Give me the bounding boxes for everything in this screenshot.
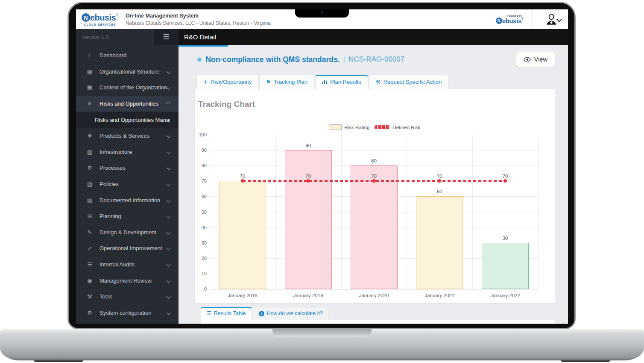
list-icon: ☰	[85, 261, 94, 268]
legend-label: Risk Rating	[344, 125, 369, 130]
defined-risk-point	[438, 179, 441, 183]
sidebar-item-risks-and-opportunities-managem[interactable]: Risks and Opportunities Managem...	[76, 112, 179, 128]
record-header: ✳ Non-compliance with QMS standards. | N…	[196, 55, 404, 64]
sidebar-item-management-review[interactable]: ◉ Management Review	[76, 272, 179, 289]
sidebar-item-label: Planning	[100, 213, 121, 219]
y-axis-tick-label: 10	[195, 271, 207, 276]
chart-bar	[351, 165, 398, 289]
nebusis-logo[interactable]: Nebusis® CLOUD SERVICES	[79, 13, 120, 26]
screen: Nebusis® CLOUD SERVICES On-line Manageme…	[76, 9, 568, 324]
bar-value-label: 70	[234, 174, 251, 179]
chevron-down-icon	[167, 230, 171, 234]
tab-tracking-plan[interactable]: ⚑ Tracking Plan	[259, 75, 314, 89]
chevron-down-icon[interactable]	[556, 17, 562, 22]
gridline-v	[275, 135, 276, 289]
tracking-chart-card: Tracking Chart Risk Rating Defined Risk …	[194, 89, 555, 304]
registered-mark: ®	[116, 13, 118, 17]
sidebar-item-risks-and-opportunities[interactable]: ✳ Risks and Opportunities	[76, 96, 179, 112]
tab-risk-opportunity[interactable]: ✳ Risk/Opportunity	[196, 75, 258, 89]
chart-up-icon: ↗	[85, 245, 94, 251]
sidebar-item-products-services[interactable]: ❖ Products & Services	[76, 128, 179, 144]
tab-label: Risk/Opportunity	[211, 79, 252, 85]
defined-risk-value-label: 70	[497, 174, 514, 179]
version-label: Version 1.0	[76, 34, 154, 40]
gridline-v	[341, 135, 342, 289]
gridline-v	[538, 135, 539, 289]
tab-label: Plan Results	[330, 79, 361, 85]
header-titles: On-line Management System Nebusis Clouds…	[126, 13, 271, 26]
sidebar-item-label: Organizational Structure	[100, 68, 159, 75]
y-axis-tick-label: 80	[195, 163, 207, 168]
chevron-down-icon	[167, 150, 171, 154]
sidebar-item-label: Infrastructure	[100, 149, 132, 155]
sidebar-item-dashboard[interactable]: ⌂ Dashboard	[76, 47, 179, 64]
record-separator: |	[343, 55, 345, 64]
sidebar-item-operational-improvement[interactable]: ↗ Operational Improvement	[76, 240, 179, 257]
chevron-down-icon	[167, 263, 171, 267]
sidebar-item-planning[interactable]: ⊞ Planning	[76, 208, 179, 224]
legend-item-defined-risk[interactable]: Defined Risk	[375, 125, 420, 130]
gridline-h	[210, 289, 538, 289]
chart-legend: Risk Rating Defined Risk	[195, 124, 555, 130]
eye-icon: ◉	[85, 277, 94, 284]
sidebar-item-label: Policies	[100, 181, 119, 187]
sidebar-item-documented-information[interactable]: ▨ Documented Information	[76, 192, 179, 208]
chevron-down-icon	[167, 214, 171, 218]
sidebar-item-label: Management Review	[100, 277, 152, 284]
tab-label: Results Table	[214, 310, 246, 316]
sidebar-item-label: Documented Information	[100, 197, 160, 204]
tab-label: Request Specific Action	[383, 79, 442, 85]
x-axis-tick-label: January 2019	[275, 293, 341, 298]
y-axis-tick-label: 40	[195, 225, 207, 230]
tab-plan-results[interactable]: Plan Results	[315, 75, 368, 89]
laptop-base	[0, 329, 644, 360]
results-tabs: ☰ Results Table i How do we calculate it…	[201, 307, 568, 320]
sidebar-item-label: Operational Improvement	[100, 245, 162, 251]
tab-request-specific-action[interactable]: ⚒ Request Specific Action	[369, 75, 448, 89]
sidebar: Version 1.0 ☰ ⌂ Dashboard ▤ Organization…	[76, 29, 179, 324]
legend-label: Defined Risk	[392, 125, 420, 130]
products-icon: ❖	[85, 133, 94, 139]
eye-icon	[524, 57, 531, 62]
detail-tabs: ✳ Risk/Opportunity ⚑ Tracking Plan Plan …	[196, 75, 568, 89]
chevron-down-icon	[167, 86, 171, 90]
chevron-down-icon	[167, 198, 171, 202]
document-icon: ▧	[85, 181, 94, 187]
legend-item-risk-rating[interactable]: Risk Rating	[329, 124, 369, 130]
results-table-panel	[201, 320, 555, 324]
sidebar-item-tools[interactable]: ⚒ Tools	[76, 289, 179, 305]
chevron-up-icon	[167, 102, 171, 106]
sidebar-item-organizational-structure[interactable]: ▤ Organizational Structure	[76, 64, 179, 80]
x-axis-tick-label: January 2018	[210, 293, 275, 298]
sidebar-item-internal-audits[interactable]: ☰ Internal Audits	[76, 257, 179, 273]
sidebar-item-system-configuration[interactable]: ⚙ System configuration	[76, 305, 179, 321]
bar-value-label: 60	[431, 189, 448, 194]
defined-risk-value-label: 70	[431, 174, 448, 179]
asterisk-icon: ✳	[196, 56, 202, 64]
chart-title: Tracking Chart	[198, 100, 255, 109]
gridline-v	[472, 135, 473, 289]
sidebar-item-context-of-the-organization[interactable]: ▦ Context of the Organization	[76, 80, 179, 96]
tab-how-do-we-calculate-it[interactable]: i How do we calculate it?	[253, 307, 329, 320]
calendar-icon: ⊞	[85, 213, 94, 219]
sidebar-item-policies[interactable]: ▧ Policies	[76, 176, 179, 192]
user-avatar[interactable]	[545, 13, 557, 26]
view-button[interactable]: View	[516, 52, 555, 67]
sidebar-item-processes[interactable]: ⚙ Processes	[76, 160, 179, 176]
megaphone-icon: ⚑	[266, 79, 271, 85]
bar-value-label: 80	[366, 158, 383, 163]
sidebar-item-design-development[interactable]: ✎ Design & Development	[76, 224, 179, 241]
x-axis-tick-label: January 2020	[341, 293, 407, 298]
sidebar-item-infrastructure[interactable]: ▥ Infrastructure	[76, 144, 179, 160]
tab-results-table[interactable]: ☰ Results Table	[201, 307, 252, 320]
sidebar-toggle-button[interactable]: ☰	[154, 29, 179, 45]
sidebar-menu: ⌂ Dashboard ▤ Organizational Structure ▦…	[76, 45, 179, 321]
record-code: NCS-RAO-00007	[348, 55, 404, 64]
person-icon	[545, 13, 557, 26]
chevron-down-icon	[167, 310, 171, 315]
chevron-down-icon	[167, 166, 171, 170]
sidebar-item-label: Internal Audits	[100, 261, 135, 268]
sidebar-item-label: Processes	[100, 165, 126, 171]
powered-by-logo: Powered by Nebusis®	[496, 15, 524, 24]
sidebar-item-label: Risks and Opportunities	[100, 100, 158, 107]
